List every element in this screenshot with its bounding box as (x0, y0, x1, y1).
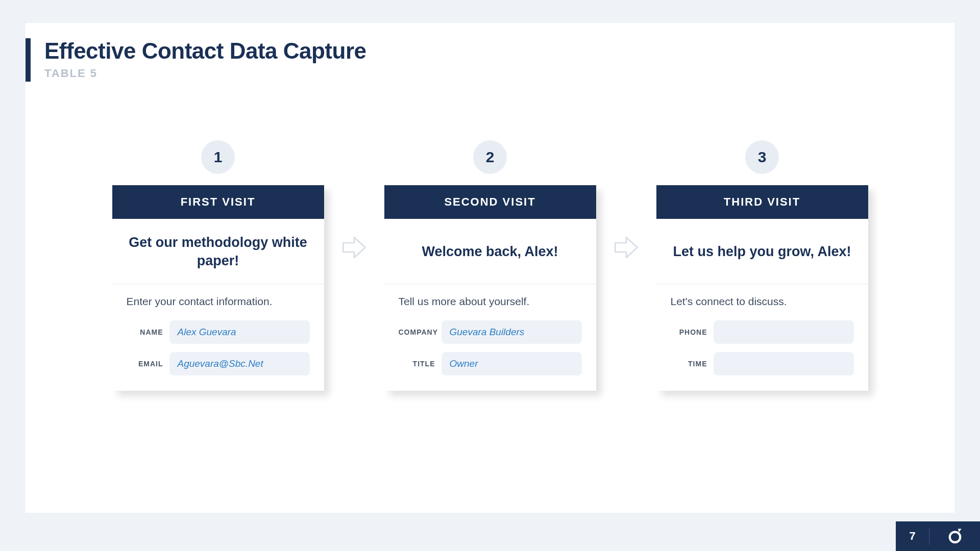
field-label: TIME (671, 360, 707, 368)
slide-subtitle: TABLE 5 (44, 67, 366, 80)
logo-icon (946, 528, 964, 545)
cards-row: 1 FIRST VISIT Get our methodology white … (26, 140, 954, 391)
field-label: TITLE (399, 360, 435, 368)
visit-card-3: THIRD VISIT Let us help you grow, Alex! … (656, 185, 868, 391)
card-column-3: 3 THIRD VISIT Let us help you grow, Alex… (656, 140, 868, 391)
brand-logo (929, 528, 980, 545)
arrow-right-icon (612, 234, 640, 261)
card-header: SECOND VISIT (384, 185, 596, 219)
field-label: COMPANY (399, 328, 435, 336)
email-input[interactable]: Aguevara@Sbc.Net (169, 352, 310, 375)
field-label: NAME (127, 328, 163, 336)
field-email: EMAIL Aguevara@Sbc.Net (127, 352, 310, 375)
visit-card-1: FIRST VISIT Get our methodology white pa… (112, 185, 324, 391)
card-instruction: Enter your contact information. (127, 295, 310, 308)
step-number: 2 (473, 140, 507, 174)
step-number: 3 (745, 140, 779, 174)
card-header: FIRST VISIT (112, 185, 324, 219)
card-title: Welcome back, Alex! (384, 219, 596, 284)
visit-card-2: SECOND VISIT Welcome back, Alex! Tell us… (384, 185, 596, 391)
field-label: EMAIL (127, 360, 163, 368)
svg-marker-0 (343, 237, 365, 258)
card-instruction: Let's connect to discuss. (671, 295, 854, 308)
card-title: Let us help you grow, Alex! (656, 219, 868, 284)
title-bar: Effective Contact Data Capture TABLE 5 (26, 38, 366, 82)
card-instruction: Tell us more about yourself. (399, 295, 582, 308)
company-input[interactable]: Guevara Builders (442, 320, 582, 344)
title-input[interactable]: Owner (442, 352, 582, 375)
footer-badge: 7 (896, 521, 980, 551)
phone-input[interactable] (714, 320, 854, 344)
card-body: Let's connect to discuss. PHONE TIME (656, 284, 868, 391)
field-name: NAME Alex Guevara (127, 320, 310, 344)
card-header: THIRD VISIT (656, 185, 868, 219)
card-body: Tell us more about yourself. COMPANY Gue… (384, 284, 596, 391)
field-time: TIME (671, 352, 854, 375)
time-input[interactable] (714, 352, 854, 375)
field-label: PHONE (671, 328, 707, 336)
arrow-1 (324, 140, 384, 355)
card-column-2: 2 SECOND VISIT Welcome back, Alex! Tell … (384, 140, 596, 391)
slide-title: Effective Contact Data Capture (44, 38, 366, 64)
name-input[interactable]: Alex Guevara (169, 320, 310, 344)
card-body: Enter your contact information. NAME Ale… (112, 284, 324, 391)
svg-marker-1 (615, 237, 637, 258)
field-phone: PHONE (671, 320, 854, 344)
svg-marker-3 (958, 529, 961, 533)
page-number: 7 (896, 530, 929, 543)
field-company: COMPANY Guevara Builders (399, 320, 582, 344)
field-title: TITLE Owner (399, 352, 582, 375)
svg-point-2 (949, 532, 960, 542)
slide-canvas: Effective Contact Data Capture TABLE 5 1… (26, 23, 954, 513)
step-number: 1 (201, 140, 235, 174)
arrow-right-icon (340, 234, 368, 261)
arrow-2 (596, 140, 656, 355)
card-title: Get our methodology white paper! (112, 219, 324, 284)
card-column-1: 1 FIRST VISIT Get our methodology white … (112, 140, 324, 391)
